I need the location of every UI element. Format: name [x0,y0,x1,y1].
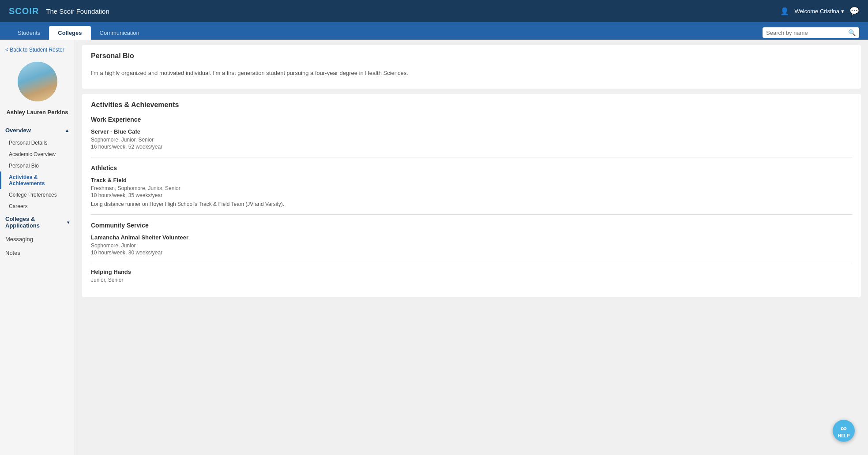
nav-bar: Students Colleges Communication 🔍 [0,22,868,40]
list-item: Lamancha Animal Shelter Volunteer Sophom… [91,234,852,256]
activities-title: Activities & Achievements [91,101,852,109]
top-bar-title: The Scoir Foundation [46,7,109,15]
logo: SCOIR [9,6,39,16]
work-experience-title: Work Experience [91,116,852,123]
section-divider [91,214,852,215]
sidebar-item-activities[interactable]: Activities & Achievements [0,172,75,189]
activity-years: Sophomore, Junior [91,242,852,249]
sidebar-item-notes[interactable]: Notes [0,246,75,260]
avatar-image [18,62,57,101]
activity-name: Helping Hands [91,269,852,275]
personal-bio-card: Personal Bio I'm a highly organized and … [82,45,861,89]
welcome-text[interactable]: Welcome Cristina ▾ [794,8,844,15]
search-input[interactable] [766,30,845,36]
top-bar: SCOIR The Scoir Foundation 👤 Welcome Cri… [0,0,868,22]
overview-chevron: ▲ [65,128,69,133]
list-item: Server - Blue Cafe Sophomore, Junior, Se… [91,128,852,150]
chat-icon[interactable]: 💬 [849,6,859,16]
activity-name: Track & Field [91,177,852,183]
personal-bio-text: I'm a highly organized and motivated ind… [91,65,852,82]
activity-note: Long distance runner on Hoyer High Schoo… [91,201,852,207]
item-divider [91,263,852,263]
help-button[interactable]: ∞ HELP [833,420,855,442]
activity-hours: 16 hours/week, 52 weeks/year [91,144,852,150]
activity-years: Freshman, Sophomore, Junior, Senior [91,185,852,191]
sidebar-colleges-header[interactable]: Colleges & Applications ▾ [0,212,75,232]
main-layout: < Back to Student Roster Ashley Lauren P… [0,40,868,455]
activity-hours: 10 hours/week, 30 weeks/year [91,250,852,256]
activity-hours: 10 hours/week, 35 weeks/year [91,192,852,198]
activity-years: Junior, Senior [91,277,852,283]
search-icon: 🔍 [848,29,856,36]
sidebar: < Back to Student Roster Ashley Lauren P… [0,40,75,455]
sidebar-item-college-preferences[interactable]: College Preferences [0,189,75,201]
tab-colleges[interactable]: Colleges [49,26,90,40]
user-icon: 👤 [780,7,789,15]
sidebar-item-personal-bio[interactable]: Personal Bio [0,160,75,172]
list-item: Track & Field Freshman, Sophomore, Junio… [91,177,852,207]
sidebar-item-messaging[interactable]: Messaging [0,232,75,246]
sidebar-item-academic-overview[interactable]: Academic Overview [0,149,75,160]
search-box: 🔍 [763,27,859,38]
sidebar-item-careers[interactable]: Careers [0,201,75,212]
help-label: HELP [838,433,850,438]
activity-name: Server - Blue Cafe [91,128,852,135]
activities-card: Activities & Achievements Work Experienc… [82,94,861,297]
athletics-title: Athletics [91,164,852,172]
activity-years: Sophomore, Junior, Senior [91,137,852,143]
nav-tabs: Students Colleges Communication [9,26,148,40]
student-name: Ashley Lauren Perkins [0,105,75,123]
sidebar-overview-header[interactable]: Overview ▲ [0,123,75,137]
colleges-chevron: ▾ [67,220,69,225]
list-item: Helping Hands Junior, Senior [91,269,852,283]
tab-communication[interactable]: Communication [91,26,148,40]
section-divider [91,157,852,157]
activity-name: Lamancha Animal Shelter Volunteer [91,234,852,241]
content-area: Personal Bio I'm a highly organized and … [75,40,868,455]
back-to-roster-link[interactable]: < Back to Student Roster [0,47,75,58]
personal-bio-title: Personal Bio [91,52,852,60]
top-bar-right: 👤 Welcome Cristina ▾ 💬 [780,6,859,16]
student-photo-container [0,58,75,105]
avatar [18,62,57,101]
community-service-title: Community Service [91,222,852,229]
help-icon: ∞ [841,423,847,433]
tab-students[interactable]: Students [9,26,49,40]
sidebar-item-personal-details[interactable]: Personal Details [0,137,75,149]
top-bar-left: SCOIR The Scoir Foundation [9,6,109,16]
